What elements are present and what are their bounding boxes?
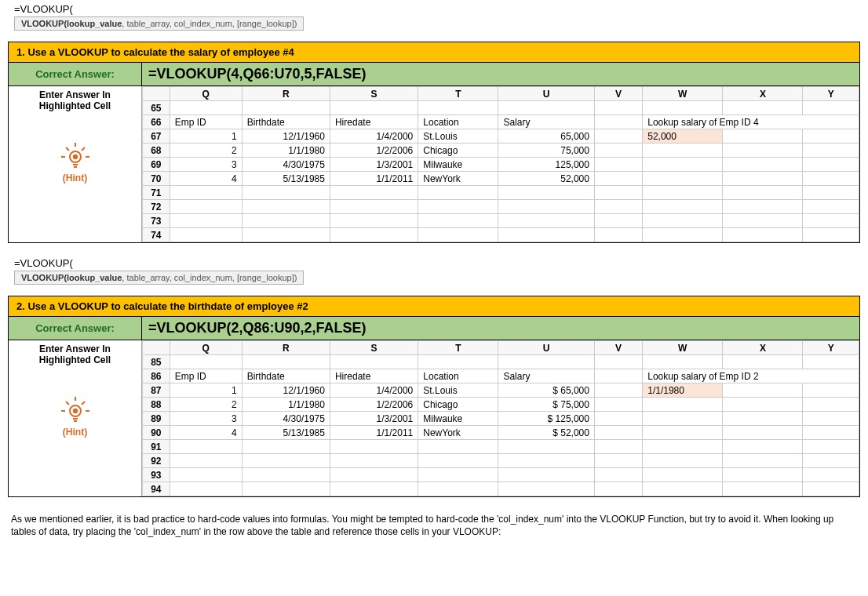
cell[interactable]: 4 bbox=[170, 426, 242, 440]
cell[interactable]: Chicago bbox=[418, 398, 498, 412]
cell[interactable]: 3 bbox=[170, 158, 242, 172]
row-65[interactable]: 65 bbox=[143, 101, 170, 115]
cell[interactable]: Chicago bbox=[418, 144, 498, 158]
cell[interactable]: 12/1/1960 bbox=[242, 383, 330, 398]
row-89[interactable]: 89 bbox=[143, 412, 170, 426]
cell[interactable]: 1/1/2011 bbox=[330, 172, 418, 186]
hint-icon[interactable] bbox=[61, 397, 89, 425]
col-V[interactable]: V bbox=[594, 87, 642, 101]
row-73[interactable]: 73 bbox=[143, 214, 170, 228]
cell[interactable]: NewYork bbox=[418, 172, 498, 186]
formula-bar[interactable]: =VLOOKUP( bbox=[14, 3, 868, 15]
col-S[interactable]: S bbox=[330, 341, 418, 355]
col-X[interactable]: X bbox=[723, 87, 803, 101]
spreadsheet-1[interactable]: Q R S T U V W X Y 65 66 Emp ID Birthdate… bbox=[142, 86, 859, 242]
cell[interactable]: $ 52,000 bbox=[498, 426, 595, 440]
col-X[interactable]: X bbox=[723, 341, 803, 355]
cell[interactable]: 4 bbox=[170, 172, 242, 186]
row-72[interactable]: 72 bbox=[143, 200, 170, 214]
cell[interactable]: St.Louis bbox=[418, 383, 498, 398]
row-66[interactable]: 66 bbox=[143, 115, 170, 129]
cell[interactable]: 2 bbox=[170, 144, 242, 158]
cell[interactable]: Birthdate bbox=[242, 115, 330, 129]
cell[interactable]: 1/4/2000 bbox=[330, 129, 418, 144]
cell[interactable]: 1/2/2006 bbox=[330, 144, 418, 158]
cell[interactable]: $ 75,000 bbox=[498, 398, 595, 412]
cell[interactable]: 1/3/2001 bbox=[330, 412, 418, 426]
col-T[interactable]: T bbox=[418, 341, 498, 355]
cell[interactable]: Hiredate bbox=[330, 115, 418, 129]
col-T[interactable]: T bbox=[418, 87, 498, 101]
col-R[interactable]: R bbox=[242, 341, 330, 355]
cell[interactable]: Hiredate bbox=[330, 369, 418, 383]
cell[interactable]: 1 bbox=[170, 383, 242, 398]
spreadsheet-2[interactable]: Q R S T U V W X Y 85 86 Emp ID Birthdate… bbox=[142, 340, 859, 496]
cell[interactable]: 1/3/2001 bbox=[330, 158, 418, 172]
cell[interactable]: 4/30/1975 bbox=[242, 412, 330, 426]
col-U[interactable]: U bbox=[498, 87, 595, 101]
cell[interactable]: 2 bbox=[170, 398, 242, 412]
cell[interactable]: Location bbox=[418, 369, 498, 383]
row-70[interactable]: 70 bbox=[143, 172, 170, 186]
row-87[interactable]: 87 bbox=[143, 383, 170, 398]
cell[interactable]: Lookup salary of Emp ID 2 bbox=[643, 369, 859, 383]
cell[interactable]: Birthdate bbox=[242, 369, 330, 383]
cell[interactable]: 125,000 bbox=[498, 158, 595, 172]
cell[interactable]: Emp ID bbox=[170, 369, 242, 383]
cell[interactable]: 1/1/1980 bbox=[242, 144, 330, 158]
cell[interactable]: Location bbox=[418, 115, 498, 129]
footer-paragraph: As we mentioned earlier, it is bad pract… bbox=[11, 513, 857, 538]
col-Y[interactable]: Y bbox=[803, 87, 859, 101]
row-94[interactable]: 94 bbox=[143, 482, 170, 496]
col-V[interactable]: V bbox=[594, 341, 642, 355]
row-93[interactable]: 93 bbox=[143, 468, 170, 482]
cell[interactable]: 65,000 bbox=[498, 129, 595, 144]
col-W[interactable]: W bbox=[643, 341, 723, 355]
cell[interactable]: 1/1/1980 bbox=[242, 398, 330, 412]
col-W[interactable]: W bbox=[643, 87, 723, 101]
cell[interactable]: 3 bbox=[170, 412, 242, 426]
cell[interactable]: 5/13/1985 bbox=[242, 426, 330, 440]
row-85[interactable]: 85 bbox=[143, 355, 170, 369]
col-Y[interactable]: Y bbox=[803, 341, 859, 355]
row-68[interactable]: 68 bbox=[143, 144, 170, 158]
col-Q[interactable]: Q bbox=[170, 341, 242, 355]
hint-label[interactable]: (Hint) bbox=[9, 173, 141, 184]
cell[interactable]: St.Louis bbox=[418, 129, 498, 144]
cell[interactable]: 1/4/2000 bbox=[330, 383, 418, 398]
result-cell-2[interactable]: 1/1/1980 bbox=[643, 383, 723, 398]
cell[interactable]: 1/2/2006 bbox=[330, 398, 418, 412]
row-91[interactable]: 91 bbox=[143, 440, 170, 454]
cell[interactable]: 5/13/1985 bbox=[242, 172, 330, 186]
row-92[interactable]: 92 bbox=[143, 454, 170, 468]
cell[interactable]: 1 bbox=[170, 129, 242, 144]
cell[interactable]: 75,000 bbox=[498, 144, 595, 158]
row-69[interactable]: 69 bbox=[143, 158, 170, 172]
cell[interactable]: Salary bbox=[498, 369, 595, 383]
cell[interactable]: Lookup salary of Emp ID 4 bbox=[643, 115, 859, 129]
row-67[interactable]: 67 bbox=[143, 129, 170, 144]
cell[interactable]: Salary bbox=[498, 115, 595, 129]
row-74[interactable]: 74 bbox=[143, 228, 170, 242]
row-86[interactable]: 86 bbox=[143, 369, 170, 383]
cell[interactable]: NewYork bbox=[418, 426, 498, 440]
cell[interactable]: Milwauke bbox=[418, 412, 498, 426]
cell[interactable]: 52,000 bbox=[498, 172, 595, 186]
col-Q[interactable]: Q bbox=[170, 87, 242, 101]
row-90[interactable]: 90 bbox=[143, 426, 170, 440]
col-R[interactable]: R bbox=[242, 87, 330, 101]
cell[interactable]: $ 65,000 bbox=[498, 383, 595, 398]
cell[interactable]: 1/1/2011 bbox=[330, 426, 418, 440]
col-S[interactable]: S bbox=[330, 87, 418, 101]
row-88[interactable]: 88 bbox=[143, 398, 170, 412]
cell[interactable]: Milwauke bbox=[418, 158, 498, 172]
result-cell-1[interactable]: 52,000 bbox=[643, 129, 723, 144]
row-71[interactable]: 71 bbox=[143, 186, 170, 200]
cell[interactable]: Emp ID bbox=[170, 115, 242, 129]
hint-icon[interactable] bbox=[61, 143, 89, 171]
cell[interactable]: $ 125,000 bbox=[498, 412, 595, 426]
cell[interactable]: 4/30/1975 bbox=[242, 158, 330, 172]
cell[interactable]: 12/1/1960 bbox=[242, 129, 330, 144]
col-U[interactable]: U bbox=[498, 341, 595, 355]
hint-label[interactable]: (Hint) bbox=[9, 427, 141, 438]
